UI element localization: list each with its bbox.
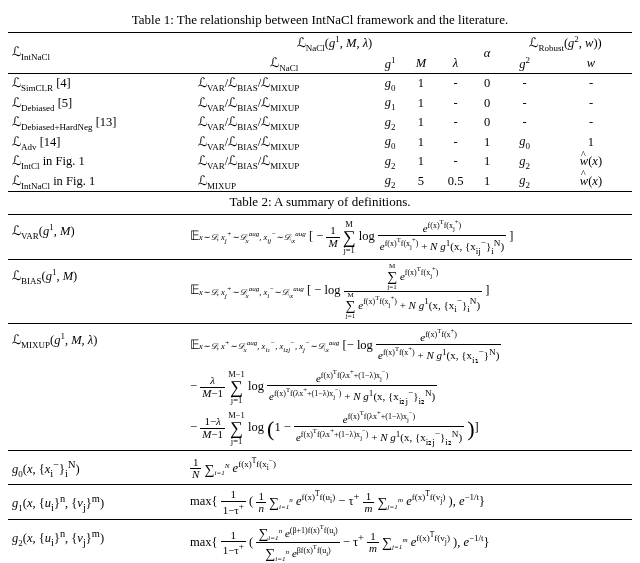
t1-h-nacl: ℒNaCl(g1, M, λ): [194, 33, 475, 54]
t1-r3-w: 1: [550, 133, 632, 153]
t1-r2-lam: -: [436, 113, 475, 133]
t2-bias-def: 𝔼x∼𝒟, xj+∼𝒟xaug, xi−∼𝒟\xaug [ − log M∑j=…: [186, 260, 632, 324]
t1-r5-name: ℒIntNaCl in Fig. 1: [8, 172, 194, 192]
t1-r4-w: w(x): [550, 152, 632, 172]
t1-r0-nacl: ℒVAR/ℒBIAS/ℒMIXUP: [194, 74, 375, 94]
table1: ℒIntNaCl ℒNaCl(g1, M, λ) α ℒRobust(g2, w…: [8, 32, 632, 192]
t1-r5-g1: g2: [375, 172, 406, 192]
t1-r4-g1: g2: [375, 152, 406, 172]
table-row: ℒMIXUP(g1, M, λ) 𝔼x∼𝒟, x+∼𝒟xaug, xi₁−, x…: [8, 324, 632, 451]
t1-r2-nacl: ℒVAR/ℒBIAS/ℒMIXUP: [194, 113, 375, 133]
table-row: ℒIntNaCl in Fig. 1 ℒMIXUP g2 5 0.5 1 g2 …: [8, 172, 632, 192]
t1-r2-w: -: [550, 113, 632, 133]
t1-r4-alpha: 1: [475, 152, 499, 172]
t1-r1-nacl: ℒVAR/ℒBIAS/ℒMIXUP: [194, 94, 375, 114]
table-row: ℒDebiased+HardNeg [13] ℒVAR/ℒBIAS/ℒMIXUP…: [8, 113, 632, 133]
table-row: g1(x, {ui}n, {vj}m) max{ 11−τ+ ( 1n ∑i=1…: [8, 485, 632, 520]
t2-var-def: 𝔼x∼𝒟, xj+∼𝒟xaug, xij−∼𝒟\xaug [ − 1M M∑j=…: [186, 215, 632, 260]
t2-var-label: ℒVAR(g1, M): [8, 215, 186, 260]
table-row: g0(x, {xi−}iN) 1N ∑i=1N ef(x)Tf(xi−): [8, 451, 632, 485]
t1-r5-M: 5: [406, 172, 436, 192]
table-row: ℒBIAS(g1, M) 𝔼x∼𝒟, xj+∼𝒟xaug, xi−∼𝒟\xaug…: [8, 260, 632, 324]
t1-r3-g1: g0: [375, 133, 406, 153]
table-row: ℒDebiased [5] ℒVAR/ℒBIAS/ℒMIXUP g1 1 - 0…: [8, 94, 632, 114]
t1-r1-alpha: 0: [475, 94, 499, 114]
t2-bias-label: ℒBIAS(g1, M): [8, 260, 186, 324]
t1-r5-g2: g2: [499, 172, 550, 192]
t1-r5-nacl: ℒMIXUP: [194, 172, 375, 192]
t2-mixup-label: ℒMIXUP(g1, M, λ): [8, 324, 186, 451]
table-row: ℒVAR(g1, M) 𝔼x∼𝒟, xj+∼𝒟xaug, xij−∼𝒟\xaug…: [8, 215, 632, 260]
t1-r0-name: ℒSimCLR [4]: [8, 74, 194, 94]
t1-r3-M: 1: [406, 133, 436, 153]
t1-h-alpha: α: [475, 33, 499, 74]
t2-g1-label: g1(x, {ui}n, {vj}m): [8, 485, 186, 520]
t1-h-g2: g2: [499, 54, 550, 74]
t1-r0-alpha: 0: [475, 74, 499, 94]
t2-g0-def: 1N ∑i=1N ef(x)Tf(xi−): [186, 451, 632, 485]
t1-r2-M: 1: [406, 113, 436, 133]
t1-h-intnacl: ℒIntNaCl: [8, 33, 194, 74]
t1-r0-w: -: [550, 74, 632, 94]
t1-h-w: w: [550, 54, 632, 74]
t2-g0-label: g0(x, {xi−}iN): [8, 451, 186, 485]
t1-r3-nacl: ℒVAR/ℒBIAS/ℒMIXUP: [194, 133, 375, 153]
table-row: ℒAdv [14] ℒVAR/ℒBIAS/ℒMIXUP g0 1 - 1 g0 …: [8, 133, 632, 153]
t1-r2-g2: -: [499, 113, 550, 133]
t1-r1-M: 1: [406, 94, 436, 114]
t2-g2-label: g2(x, {ui}n, {vj}m): [8, 520, 186, 563]
table2-caption: Table 2: A summary of definitions.: [8, 194, 632, 210]
table-row: ℒSimCLR [4] ℒVAR/ℒBIAS/ℒMIXUP g0 1 - 0 -…: [8, 74, 632, 94]
t1-r5-lam: 0.5: [436, 172, 475, 192]
t1-r5-w: w(x): [550, 172, 632, 192]
t1-r3-g2: g0: [499, 133, 550, 153]
t1-h-lam: λ: [436, 54, 475, 74]
t1-r0-M: 1: [406, 74, 436, 94]
t1-r5-alpha: 1: [475, 172, 499, 192]
t1-r3-alpha: 1: [475, 133, 499, 153]
t1-r1-g1: g1: [375, 94, 406, 114]
t1-r1-lam: -: [436, 94, 475, 114]
t1-h-M: M: [406, 54, 436, 74]
table-row: g2(x, {ui}n, {vj}m) max{ 11−τ+ ( ∑i=1n e…: [8, 520, 632, 563]
table1-caption: Table 1: The relationship between IntNaC…: [8, 12, 632, 28]
table-row: ℒIntCl in Fig. 1 ℒVAR/ℒBIAS/ℒMIXUP g2 1 …: [8, 152, 632, 172]
t1-r3-name: ℒAdv [14]: [8, 133, 194, 153]
t1-r2-alpha: 0: [475, 113, 499, 133]
t1-r0-lam: -: [436, 74, 475, 94]
t1-h-nacl-col: ℒNaCl: [194, 54, 375, 74]
t1-r2-name: ℒDebiased+HardNeg [13]: [8, 113, 194, 133]
t1-r1-name: ℒDebiased [5]: [8, 94, 194, 114]
t1-r0-g1: g0: [375, 74, 406, 94]
t1-r4-M: 1: [406, 152, 436, 172]
t1-h-g1: g1: [375, 54, 406, 74]
t1-r3-lam: -: [436, 133, 475, 153]
t1-r2-g1: g2: [375, 113, 406, 133]
t1-r4-lam: -: [436, 152, 475, 172]
t2-g1-def: max{ 11−τ+ ( 1n ∑i=1n ef(x)Tf(ui) − τ+ 1…: [186, 485, 632, 520]
t1-h-robust: ℒRobust(g2, w)): [499, 33, 632, 54]
t1-r4-nacl: ℒVAR/ℒBIAS/ℒMIXUP: [194, 152, 375, 172]
table2: ℒVAR(g1, M) 𝔼x∼𝒟, xj+∼𝒟xaug, xij−∼𝒟\xaug…: [8, 214, 632, 563]
t1-r1-w: -: [550, 94, 632, 114]
t2-mixup-def: 𝔼x∼𝒟, x+∼𝒟xaug, xi₁−, xi₂j−, xj−∼𝒟\xaug …: [186, 324, 632, 451]
t1-r4-g2: g2: [499, 152, 550, 172]
t1-r1-g2: -: [499, 94, 550, 114]
t2-g2-def: max{ 11−τ+ ( ∑i=1n e(β+1)f(x)Tf(ui) ∑i=1…: [186, 520, 632, 563]
t1-r0-g2: -: [499, 74, 550, 94]
t1-r4-name: ℒIntCl in Fig. 1: [8, 152, 194, 172]
